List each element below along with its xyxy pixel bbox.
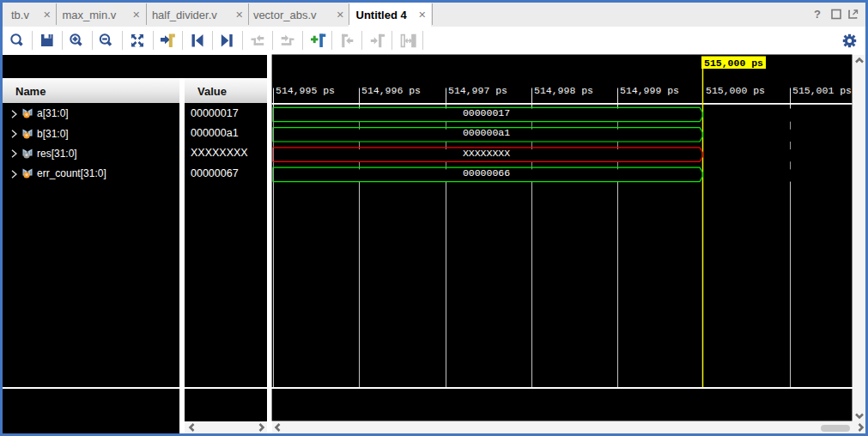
svg-text:514,999 ps: 514,999 ps <box>620 85 679 96</box>
svg-text:514,997 ps: 514,997 ps <box>448 85 507 96</box>
svg-text:00000017: 00000017 <box>463 107 510 118</box>
svg-text:?: ? <box>814 8 821 21</box>
svg-text:514,998 ps: 514,998 ps <box>534 85 593 96</box>
svg-text:XXXXXXXX: XXXXXXXX <box>463 148 510 159</box>
svg-text:515,001 ps: 515,001 ps <box>792 85 852 96</box>
svg-text:00000066: 00000066 <box>463 167 510 179</box>
svg-text:514,995 ps: 514,995 ps <box>276 85 335 96</box>
svg-text:515,000 ps: 515,000 ps <box>704 58 763 69</box>
svg-text:514,996 ps: 514,996 ps <box>361 85 421 96</box>
svg-text:000000a1: 000000a1 <box>463 127 510 138</box>
svg-text:515,000 ps: 515,000 ps <box>706 85 765 96</box>
